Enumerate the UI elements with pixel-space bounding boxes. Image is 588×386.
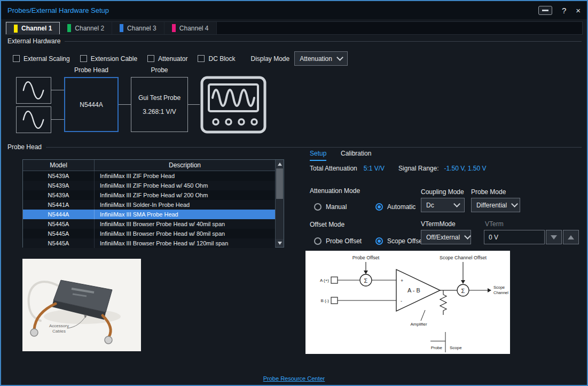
probe-mode-dropdown[interactable]: Differential bbox=[471, 198, 520, 212]
probe-box[interactable]: Gui Test Probe 3.268:1 V/V bbox=[131, 77, 188, 132]
display-mode-dropdown[interactable]: Attenuation bbox=[294, 51, 348, 66]
amplifier-label: Amplifier bbox=[410, 322, 427, 327]
probe-head-box[interactable]: N5444A bbox=[64, 77, 119, 132]
cell-model: N5444A bbox=[23, 210, 95, 219]
cell-model: N5439A bbox=[23, 190, 95, 200]
input-b-label: B (-) bbox=[320, 298, 329, 303]
scrollbar-track[interactable] bbox=[276, 168, 284, 239]
section-divider bbox=[46, 147, 582, 148]
radio-circle-icon bbox=[314, 203, 322, 211]
connector-line bbox=[51, 119, 64, 120]
radio-label: Scope Offset bbox=[387, 237, 424, 245]
table-row[interactable]: N5445A InfiniiMax III Browser Probe Head… bbox=[23, 238, 275, 248]
sigma-symbol: Σ bbox=[364, 277, 368, 284]
offset-block-diagram: Probe Offset Σ A (+) B (-) + - A - B Σ S… bbox=[305, 251, 510, 354]
display-mode-label: Display Mode bbox=[251, 55, 290, 63]
radio-probe-offset[interactable]: Probe Offset bbox=[314, 237, 362, 245]
radio-circle-icon bbox=[375, 203, 383, 211]
connector-line bbox=[188, 104, 200, 105]
channel-tabstrip: Channel 1 Channel 2 Channel 3 Channel 4 bbox=[5, 21, 583, 35]
chevron-down-icon bbox=[336, 54, 343, 61]
titlebar: Probes/External Hardware Setup ? × bbox=[1, 1, 587, 19]
probe-name: Gui Test Probe bbox=[138, 94, 181, 102]
probe-head-model: N5444A bbox=[80, 101, 103, 109]
tab-channel-2[interactable]: Channel 2 bbox=[60, 22, 112, 34]
table-row[interactable]: N5439A InfiniiMax III ZIF Probe Head w/ … bbox=[23, 190, 275, 200]
cell-description: InfiniiMax III Browser Probe Head w/ 40m… bbox=[95, 219, 275, 229]
external-scaling-checkbox[interactable]: External Scaling bbox=[13, 55, 70, 63]
display-mode-value: Attenuation bbox=[300, 55, 332, 63]
section-divider bbox=[65, 41, 582, 42]
radio-automatic[interactable]: Automatic bbox=[375, 203, 415, 211]
triangle-down-icon bbox=[551, 235, 557, 240]
tab-label: Channel 2 bbox=[75, 25, 104, 32]
dialog-title: Probes/External Hardware Setup bbox=[7, 6, 109, 14]
scrollbar-thumb[interactable] bbox=[276, 168, 283, 199]
coupling-mode-dropdown[interactable]: Dc bbox=[421, 198, 465, 212]
radio-manual[interactable]: Manual bbox=[314, 203, 347, 211]
table-scrollbar[interactable] bbox=[275, 160, 284, 247]
tab-calibration[interactable]: Calibration bbox=[341, 150, 371, 160]
attenuator-checkbox[interactable]: Attenuator bbox=[147, 55, 187, 63]
table-row[interactable]: N5441A InfiniiMax III Solder-In Probe He… bbox=[23, 200, 275, 210]
probe-offset-label: Probe Offset bbox=[352, 255, 380, 260]
coupling-mode-label: Coupling Mode bbox=[421, 188, 464, 196]
oscilloscope-icon bbox=[200, 75, 267, 136]
tab-label: Channel 3 bbox=[127, 25, 156, 32]
tab-channel-1[interactable]: Channel 1 bbox=[6, 22, 60, 34]
scroll-down-button[interactable] bbox=[276, 239, 284, 247]
cell-model: N5445A bbox=[23, 219, 95, 229]
offset-mode-label: Offset Mode bbox=[310, 221, 344, 228]
checkbox-label: External Scaling bbox=[23, 55, 70, 63]
total-attenuation-label: Total Attenuation bbox=[310, 165, 357, 172]
probe-side-label: Probe bbox=[431, 345, 443, 350]
radio-scope-offset[interactable]: Scope Offset bbox=[375, 237, 424, 245]
table-row[interactable]: N5445A InfiniiMax III Browser Probe Head… bbox=[23, 219, 275, 229]
cell-description: InfiniiMax III ZIF Probe Head bbox=[95, 171, 275, 181]
probe-mode-label: Probe Mode bbox=[471, 188, 506, 196]
probe-resource-center-link[interactable]: Probe Resource Center bbox=[263, 375, 325, 382]
cell-model: N5445A bbox=[23, 238, 95, 248]
vterm-mode-label: VTermMode bbox=[421, 220, 456, 228]
help-button[interactable]: ? bbox=[562, 6, 566, 15]
cell-model: N5439A bbox=[23, 181, 95, 190]
scroll-up-button[interactable] bbox=[276, 160, 284, 168]
sine-wave-icon bbox=[17, 78, 51, 103]
photo-annotation-line2: Cables bbox=[52, 329, 66, 334]
tab-channel-3[interactable]: Channel 3 bbox=[112, 22, 164, 34]
tab-channel-4[interactable]: Channel 4 bbox=[164, 22, 217, 34]
channel-4-color-swatch bbox=[172, 24, 176, 32]
close-button[interactable]: × bbox=[576, 6, 581, 15]
radio-label: Automatic bbox=[387, 203, 415, 211]
coupling-mode-value: Dc bbox=[426, 202, 434, 209]
source-signal-box-2 bbox=[16, 106, 51, 133]
table-row[interactable]: N5439A InfiniiMax III ZIF Probe Head w/ … bbox=[23, 181, 275, 190]
signal-range-label: Signal Range: bbox=[398, 165, 438, 172]
section-label: External Hardware bbox=[7, 37, 60, 45]
table-row[interactable]: N5445A InfiniiMax III Browser Probe Head… bbox=[23, 229, 275, 238]
minimize-button[interactable] bbox=[538, 6, 552, 15]
sigma-symbol: Σ bbox=[461, 288, 465, 294]
scope-channel-label-line2: Channel bbox=[493, 290, 508, 295]
checkbox-icon bbox=[198, 55, 205, 62]
vterm-input[interactable] bbox=[484, 230, 545, 244]
attenuation-mode-label: Attenuation Mode bbox=[310, 187, 360, 195]
vterm-increment-button[interactable] bbox=[563, 230, 579, 244]
checkbox-icon bbox=[13, 55, 20, 62]
vterm-decrement-button[interactable] bbox=[546, 230, 562, 244]
cell-description: InfiniiMax III Solder-In Probe Head bbox=[95, 200, 275, 210]
table-body: Model Description N5439A InfiniiMax III … bbox=[23, 160, 275, 247]
radio-label: Probe Offset bbox=[326, 237, 362, 245]
probe-head-box-label: Probe Head bbox=[64, 66, 119, 74]
tab-setup[interactable]: Setup bbox=[310, 150, 326, 161]
table-row-selected[interactable]: N5444A InfiniiMax III SMA Probe Head bbox=[23, 210, 275, 219]
vterm-label: VTerm bbox=[485, 220, 504, 228]
dc-block-checkbox[interactable]: DC Block bbox=[198, 55, 235, 63]
probe-mode-value: Differential bbox=[476, 202, 507, 209]
input-a-label: A (+) bbox=[320, 278, 329, 283]
extension-cable-checkbox[interactable]: Extension Cable bbox=[80, 55, 137, 63]
vterm-mode-dropdown[interactable]: Off/External bbox=[421, 230, 471, 244]
table-row[interactable]: N5439A InfiniiMax III ZIF Probe Head bbox=[23, 171, 275, 181]
cell-model: N5445A bbox=[23, 229, 95, 238]
triangle-up-icon bbox=[568, 235, 574, 240]
